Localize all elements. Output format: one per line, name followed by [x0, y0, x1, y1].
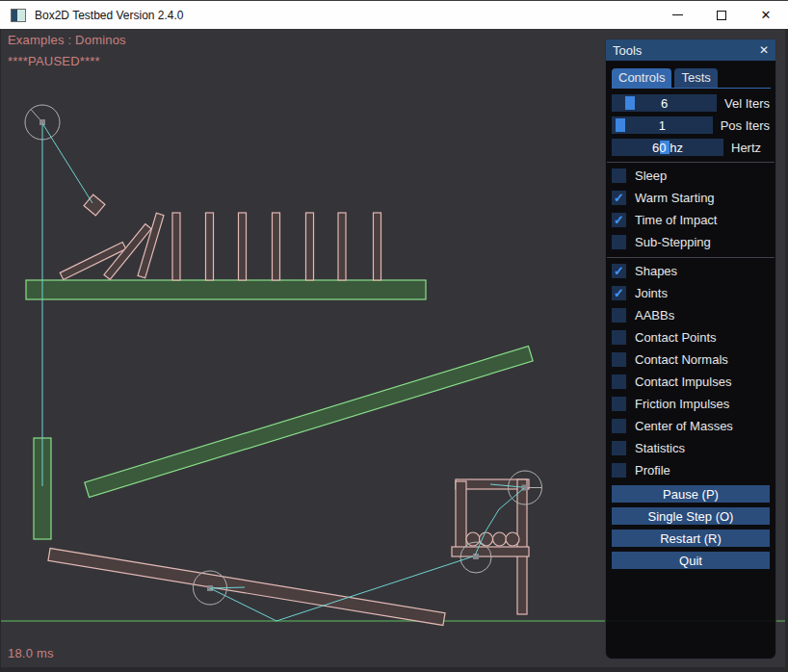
maximize-button[interactable] [699, 1, 744, 29]
checkbox-friction-impulses[interactable]: ✓ [612, 397, 626, 411]
checkbox-aabbs[interactable]: ✓ [612, 308, 626, 323]
checkbox-label: Sub-Stepping [635, 235, 711, 249]
solver-sliders: 6Vel Iters1Pos Iters60 hzHertz [612, 94, 770, 156]
checkbox-row-time-of-impact[interactable]: ✓Time of Impact [612, 213, 770, 227]
checkbox-label: Contact Points [635, 330, 717, 345]
close-icon: ✕ [761, 9, 772, 21]
checkmark-icon: ✓ [614, 192, 624, 204]
checkbox-label: Shapes [635, 264, 677, 278]
checkbox-row-contact-impulses[interactable]: ✓Contact Impulses [612, 375, 770, 389]
draw-checkboxes: ✓Shapes✓Joints✓AABBs✓Contact Points✓Cont… [612, 264, 770, 478]
standing-dominos [172, 213, 381, 280]
pendulum-box [84, 194, 105, 216]
action-buttons: Pause (P)Single Step (O)Restart (R)Quit [612, 485, 770, 569]
paused-indicator: ****PAUSED**** [8, 54, 100, 68]
checkbox-joints[interactable]: ✓ [612, 286, 626, 300]
angled-plank [85, 346, 533, 497]
checkbox-label: Friction Impulses [635, 397, 729, 411]
checkbox-label: Center of Masses [635, 419, 733, 433]
solver-checkboxes: ✓Sleep✓Warm Starting✓Time of Impact✓Sub-… [612, 168, 770, 249]
tools-panel-close-icon[interactable]: ✕ [759, 43, 769, 57]
checkmark-icon: ✓ [614, 287, 624, 299]
checkbox-label: Statistics [635, 441, 685, 455]
button-pause-p[interactable]: Pause (P) [612, 485, 770, 503]
checkbox-label: Contact Normals [635, 352, 728, 367]
checkbox-row-sub-stepping[interactable]: ✓Sub-Stepping [612, 235, 770, 249]
checkbox-label: Sleep [635, 168, 667, 183]
checkbox-label: Joints [635, 286, 668, 300]
button-single-step-o[interactable]: Single Step (O) [612, 507, 770, 525]
button-quit[interactable]: Quit [612, 552, 770, 569]
checkbox-sleep[interactable]: ✓ [612, 168, 626, 183]
physics-viewport: Examples : Dominos ****PAUSED**** 18.0 m… [1, 29, 785, 667]
slider-row-pos-iters: 1Pos Iters [612, 116, 770, 134]
checkbox-center-of-masses[interactable]: ✓ [612, 419, 626, 433]
checkbox-label: Warm Starting [635, 191, 715, 205]
seesaw-plank [48, 549, 445, 626]
slider-label: Hertz [731, 141, 761, 155]
checkbox-row-warm-starting[interactable]: ✓Warm Starting [612, 191, 770, 205]
checkbox-row-friction-impulses[interactable]: ✓Friction Impulses [612, 397, 770, 411]
checkbox-time-of-impact[interactable]: ✓ [612, 213, 626, 227]
fallen-dominos [60, 213, 164, 279]
checkmark-icon: ✓ [614, 214, 624, 226]
checkbox-row-contact-normals[interactable]: ✓Contact Normals [612, 352, 770, 367]
checkbox-row-shapes[interactable]: ✓Shapes [612, 264, 770, 278]
tab-tests[interactable]: Tests [674, 68, 717, 88]
checkbox-contact-impulses[interactable]: ✓ [612, 375, 626, 389]
example-title: Examples : Dominos [8, 33, 126, 47]
checkbox-warm-starting[interactable]: ✓ [612, 191, 626, 205]
app-window: Box2D Testbed Version 2.4.0 ✕ [0, 0, 788, 672]
checkbox-row-aabbs[interactable]: ✓AABBs [612, 308, 770, 323]
checkbox-shapes[interactable]: ✓ [612, 264, 626, 278]
app-icon [11, 9, 26, 22]
checkbox-row-contact-points[interactable]: ✓Contact Points [612, 330, 770, 345]
platform-shelf [26, 280, 426, 299]
button-restart-r[interactable]: Restart (R) [612, 530, 770, 547]
checkbox-profile[interactable]: ✓ [612, 463, 626, 478]
slider-value: 60 hz [612, 139, 723, 156]
checkbox-label: Time of Impact [635, 213, 717, 227]
maximize-icon [717, 11, 726, 20]
tab-controls[interactable]: Controls [612, 68, 671, 88]
slider-row-hertz: 60 hzHertz [612, 139, 770, 156]
checkbox-statistics[interactable]: ✓ [612, 441, 626, 455]
slider-pos-iters[interactable]: 1 [612, 116, 713, 134]
slider-vel-iters[interactable]: 6 [612, 94, 717, 112]
slider-label: Vel Iters [724, 96, 770, 111]
checkbox-label: Contact Impulses [635, 375, 731, 389]
checkbox-row-sleep[interactable]: ✓Sleep [612, 168, 770, 183]
separator [607, 162, 775, 163]
tools-tabbar: ControlsTests [612, 68, 771, 89]
minimize-icon [672, 14, 683, 15]
checkbox-row-joints[interactable]: ✓Joints [612, 286, 770, 300]
tools-panel-title: Tools [613, 43, 642, 58]
tools-panel: Tools ✕ ControlsTests 6Vel Iters1Pos Ite… [605, 39, 776, 659]
checkbox-row-center-of-masses[interactable]: ✓Center of Masses [612, 419, 770, 433]
checkbox-label: AABBs [635, 308, 674, 323]
separator [607, 257, 775, 258]
frame-structure [452, 479, 529, 614]
checkbox-contact-points[interactable]: ✓ [612, 330, 626, 345]
slider-value: 6 [612, 94, 717, 112]
checkbox-row-statistics[interactable]: ✓Statistics [612, 441, 770, 455]
checkbox-row-profile[interactable]: ✓Profile [612, 463, 770, 478]
window-controls: ✕ [655, 1, 788, 29]
close-button[interactable]: ✕ [744, 1, 788, 29]
slider-hertz[interactable]: 60 hz [612, 139, 723, 156]
frame-time: 18.0 ms [8, 646, 54, 660]
checkmark-icon: ✓ [614, 265, 624, 277]
checkbox-label: Profile [635, 463, 670, 478]
slider-row-vel-iters: 6Vel Iters [612, 94, 770, 112]
tools-panel-titlebar[interactable]: Tools ✕ [606, 39, 775, 61]
slider-label: Pos Iters [721, 118, 770, 133]
minimize-button[interactable] [655, 1, 699, 29]
slider-value: 1 [612, 116, 713, 134]
small-balls [466, 532, 519, 546]
window-title: Box2D Testbed Version 2.4.0 [35, 9, 184, 22]
checkbox-sub-stepping[interactable]: ✓ [612, 235, 626, 249]
os-titlebar[interactable]: Box2D Testbed Version 2.4.0 ✕ [0, 0, 788, 29]
checkbox-contact-normals[interactable]: ✓ [612, 352, 626, 367]
